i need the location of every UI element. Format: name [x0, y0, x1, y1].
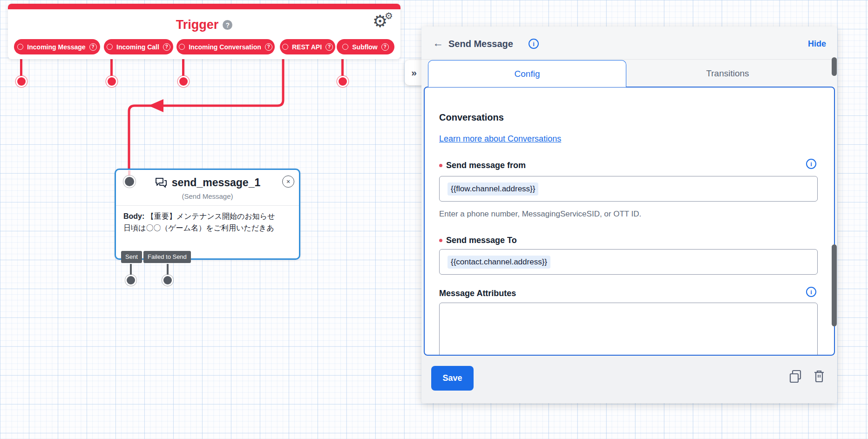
connector-circle-icon: [282, 44, 288, 50]
help-icon[interactable]: ?: [265, 43, 272, 51]
scrollbar-thumb[interactable]: [832, 57, 837, 76]
chat-bubbles-icon: [155, 177, 168, 189]
back-arrow-icon[interactable]: ←: [433, 37, 443, 49]
trigger-pill-incoming-conversation[interactable]: Incoming Conversation ?: [176, 39, 275, 54]
help-icon[interactable]: ?: [381, 43, 389, 51]
send-message-widget[interactable]: send_message_1 × (Send Message) Body: 【重…: [115, 169, 300, 260]
widget-body-preview: Body: 【重要】メンテナンス開始のお知らせ 日頃は〇〇（ゲーム名）をご利用い…: [116, 206, 299, 234]
message-attributes-input[interactable]: [439, 303, 818, 356]
tab-config[interactable]: Config: [428, 60, 626, 87]
trigger-pill-subflow[interactable]: Subflow ?: [337, 39, 394, 54]
send-message-from-label: Send message from: [439, 161, 526, 170]
help-icon[interactable]: ?: [89, 43, 97, 51]
pill-label: REST API: [292, 43, 322, 51]
copy-widget-icon[interactable]: [789, 370, 802, 384]
connector-circle-icon: [179, 44, 185, 50]
panel-title: Send Message: [448, 39, 513, 49]
liquid-token: {{contact.channel.address}}: [448, 256, 550, 269]
pill-label: Subflow: [352, 43, 377, 51]
trigger-connector-dot[interactable]: [339, 77, 347, 86]
widget-type-label: (Send Message): [116, 192, 299, 200]
widget-name: send_message_1: [172, 176, 261, 189]
help-icon[interactable]: ?: [326, 43, 333, 51]
tab-transitions[interactable]: Transitions: [626, 60, 829, 87]
connector-circle-icon: [107, 44, 113, 50]
pill-label: Incoming Call: [116, 43, 159, 51]
delete-widget-icon[interactable]: [813, 369, 826, 383]
trigger-help-icon[interactable]: ?: [223, 20, 232, 30]
transition-stem: [167, 264, 169, 277]
learn-more-link[interactable]: Learn more about Conversations: [439, 134, 561, 144]
connector-circle-icon: [17, 44, 23, 50]
required-dot-icon: [439, 239, 442, 242]
trigger-widget[interactable]: Trigger ? ⚙ ⚙ Incoming Message ? Incomin…: [8, 4, 400, 59]
arrowhead-icon: [149, 99, 163, 112]
send-message-to-label: Send message To: [439, 236, 517, 245]
panel-footer: Save: [421, 356, 837, 403]
send-message-to-input[interactable]: {{contact.channel.address}}: [439, 249, 818, 275]
transition-tag-sent[interactable]: Sent: [121, 251, 142, 263]
config-form: Conversations Learn more about Conversat…: [424, 87, 835, 356]
section-title: Conversations: [439, 112, 504, 123]
transition-stem: [130, 264, 132, 277]
required-dot-icon: [439, 164, 442, 167]
send-message-from-input[interactable]: {{flow.channel.address}}: [439, 176, 818, 202]
connector-circle-icon: [342, 44, 348, 50]
widget-close-icon[interactable]: ×: [282, 176, 294, 188]
trigger-pill-rest-api[interactable]: REST API ?: [280, 39, 335, 54]
trigger-title: Trigger: [176, 18, 219, 32]
trigger-connector-dot[interactable]: [17, 77, 26, 86]
connector-line-fade: [128, 170, 130, 177]
body-label: Body:: [123, 212, 144, 220]
transition-tag-failed-to-send[interactable]: Failed to Send: [143, 251, 191, 263]
send-message-from-info-icon[interactable]: i: [806, 159, 816, 169]
pill-label: Incoming Conversation: [189, 43, 261, 51]
scrollbar-thumb[interactable]: [832, 244, 837, 326]
save-button[interactable]: Save: [431, 366, 474, 391]
hide-link[interactable]: Hide: [808, 39, 826, 49]
panel-title-info-icon[interactable]: i: [529, 39, 539, 49]
trigger-title-row: Trigger ?: [8, 18, 400, 32]
transition-connector-dot[interactable]: [127, 276, 135, 284]
message-attributes-info-icon[interactable]: i: [806, 287, 816, 297]
help-icon[interactable]: ?: [163, 43, 170, 51]
trigger-top-bar: [8, 4, 400, 9]
tabs-divider: [421, 59, 837, 60]
widget-input-dot[interactable]: [125, 177, 134, 186]
trigger-connector-dot[interactable]: [108, 77, 116, 86]
trigger-settings-gear-icon[interactable]: ⚙ ⚙: [373, 13, 393, 32]
message-attributes-label: Message Attributes: [439, 289, 516, 298]
trigger-pill-incoming-message[interactable]: Incoming Message ?: [14, 39, 100, 54]
panel-collapse-button[interactable]: »: [405, 60, 423, 85]
transition-connector-dot[interactable]: [163, 276, 172, 284]
trigger-connector-dot[interactable]: [179, 77, 188, 86]
liquid-token: {{flow.channel.address}}: [448, 182, 538, 196]
body-line-2: 日頃は〇〇（ゲーム名）をご利用いただきあ: [123, 224, 274, 232]
inspector-panel: ← Send Message i Hide Config Transitions…: [421, 27, 837, 403]
body-line-1: 【重要】メンテナンス開始のお知らせ: [147, 212, 275, 220]
trigger-pill-incoming-call[interactable]: Incoming Call ?: [104, 39, 173, 54]
pill-label: Incoming Message: [27, 43, 85, 51]
send-message-from-helper: Enter a phone number, MessagingServiceSI…: [439, 209, 641, 219]
widget-title-row: send_message_1: [116, 176, 299, 189]
